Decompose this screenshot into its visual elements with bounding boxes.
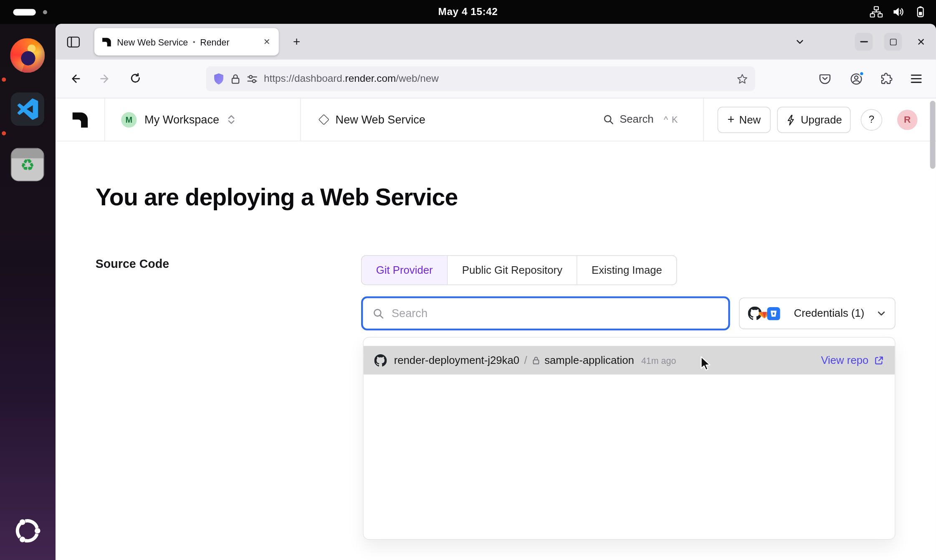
battery-icon[interactable] [914,6,926,18]
tab-title: New Web Service • Render [117,37,253,47]
vscode-running-dot [2,131,6,135]
account-notification-dot [859,71,864,76]
back-button[interactable] [65,68,86,89]
render-favicon [101,37,111,47]
extensions-puzzle-icon[interactable] [876,68,896,89]
url-bar[interactable]: https://dashboard.render.com/web/new [206,66,755,91]
url-path: /web/new [396,73,439,84]
source-type-tabs: Git Provider Public Git Repository Exist… [361,255,677,285]
source-code-label: Source Code [96,257,169,271]
page-title: New Web Service [336,113,425,126]
window-minimize-button[interactable] [855,33,873,51]
tab-existing-image[interactable]: Existing Image [577,256,676,285]
desktop: May 4 15:42 [0,0,936,560]
system-clock[interactable]: May 4 15:42 [438,0,498,24]
render-logo[interactable] [56,98,105,141]
chevron-down-icon [876,308,886,318]
hamburger-bars [911,78,922,79]
menu-hamburger-icon[interactable] [906,68,926,89]
repo-separator: / [524,354,527,366]
list-tabs-chevron-button[interactable] [790,32,810,51]
search-shortcut: ^ K [664,114,678,124]
workspace-switcher[interactable]: M My Workspace [121,98,236,141]
view-repo-link[interactable]: View repo [821,354,884,366]
permissions-sliders-icon[interactable] [247,74,258,84]
network-icon[interactable] [870,6,883,18]
workspace-dot [43,10,47,14]
service-diamond-icon [319,114,329,125]
ubuntu-logo-icon [11,514,44,547]
upgrade-button-label: Upgrade [801,114,842,126]
header-divider [300,98,301,141]
dock: ♻ [0,24,56,560]
url-domain: render.com [345,73,396,84]
search-label: Search [620,114,654,126]
minimize-icon [860,41,868,43]
user-avatar[interactable]: R [897,110,918,130]
search-icon [603,114,614,125]
lock-icon[interactable] [230,73,240,84]
repo-name: sample-application [544,354,634,366]
view-repo-label: View repo [821,354,868,366]
tab-public-git-repository[interactable]: Public Git Repository [448,256,577,285]
new-button-label: New [739,114,761,126]
pocket-icon[interactable] [815,68,835,89]
credentials-label: Credentials (1) [782,307,876,320]
upgrade-button[interactable]: Upgrade [777,107,851,133]
recycle-glyph: ♻ [20,156,35,173]
bookmark-star-icon[interactable] [736,73,748,84]
render-dashboard-page: M My Workspace New Web Service Search ^ … [56,98,936,560]
firefox-dock-icon[interactable] [10,38,45,73]
global-search-button[interactable]: Search ^ K [603,98,678,141]
workspace-avatar: M [121,112,137,127]
deploy-heading: You are deploying a Web Service [96,184,458,210]
tab-title-bullet: • [193,38,195,46]
external-link-icon [874,355,884,365]
tab-title-rest: Render [200,37,229,47]
volume-icon[interactable] [893,6,905,18]
new-button[interactable]: + New [718,107,771,133]
repo-search-input[interactable] [392,307,719,320]
ubuntu-apps-button[interactable] [10,514,45,548]
firefox-icon [10,38,45,73]
search-icon [372,308,385,320]
vscode-icon [11,93,44,126]
recycle-bin-icon: ♻ [11,148,44,181]
new-tab-button[interactable]: + [287,32,306,51]
reload-button[interactable] [125,68,146,89]
sort-chevrons-icon [227,114,236,124]
tab-close-button[interactable]: ✕ [261,36,273,48]
forward-button[interactable] [95,68,115,89]
repo-search-box [361,296,730,330]
window-restore-button[interactable] [884,33,902,51]
browser-tab-active[interactable]: New Web Service • Render ✕ [94,28,279,55]
credential-provider-icons [748,307,776,320]
firefox-running-dot [2,78,6,82]
repo-updated-time: 41m ago [641,355,676,365]
account-icon[interactable] [846,68,866,89]
page-scrollbar-thumb[interactable] [930,101,936,169]
plus-icon: + [727,114,734,126]
url-prefix: https://dashboard. [264,73,345,84]
breadcrumb: New Web Service [320,98,425,141]
activities-pill[interactable] [13,9,35,15]
header-divider-2 [703,98,703,141]
workspace-name: My Workspace [144,113,219,126]
repo-row[interactable]: render-deployment-j29ka0 / sample-applic… [364,346,895,375]
trash-dock-icon[interactable]: ♻ [10,147,45,182]
vscode-dock-icon[interactable] [10,92,45,126]
window-close-button[interactable]: ✕ [912,33,930,51]
tab-git-provider[interactable]: Git Provider [362,256,448,285]
firefox-view-button[interactable] [64,32,83,51]
close-icon: ✕ [917,35,925,48]
restore-icon [890,38,896,45]
tracking-protection-shield-icon[interactable] [213,73,224,85]
repo-org: render-deployment-j29ka0 [394,354,519,366]
credentials-dropdown[interactable]: Credentials (1) [739,298,896,329]
tab-strip: New Web Service • Render ✕ + ✕ [56,24,936,60]
help-button[interactable]: ? [861,109,882,131]
repo-results-panel: render-deployment-j29ka0 / sample-applic… [363,337,895,540]
bitbucket-icon [767,307,780,320]
github-icon [374,354,387,366]
app-header: M My Workspace New Web Service Search ^ … [56,98,936,141]
